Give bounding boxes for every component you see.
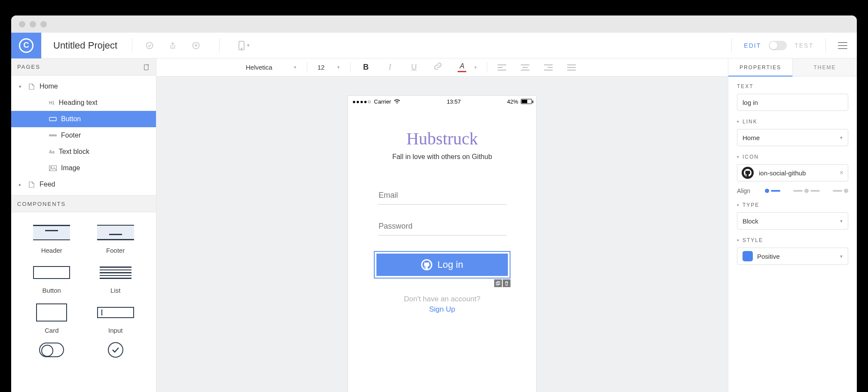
phone-preview: ●●●●○ Carrier 13:57 42% Hubstruck Fall i… [348,95,537,392]
password-field[interactable] [378,217,507,236]
component-footer[interactable]: Footer [88,223,144,254]
button-preview-icon [33,266,70,279]
italic-button[interactable]: I [385,63,394,72]
window-zoom-icon[interactable] [40,21,47,28]
component-label: Button [43,287,61,294]
tree-label: Text block [59,148,89,156]
tree-item-feed[interactable]: ▸ Feed [11,176,156,193]
sync-icon[interactable] [145,41,154,50]
svg-rect-5 [49,117,56,121]
align-center-button[interactable] [521,64,529,70]
align-label: Align [737,187,750,194]
duplicate-icon[interactable] [494,279,502,287]
section-text: TEXT [737,83,848,89]
icon-name: ion-social-github [759,169,806,177]
status-bar: ●●●●○ Carrier 13:57 42% [348,96,536,107]
mode-toggle[interactable] [769,41,787,50]
section-link[interactable]: LINK [737,119,848,125]
mode-edit[interactable]: EDIT [744,42,761,49]
window-minimize-icon[interactable] [30,21,36,28]
components-label: COMPONENTS [17,201,66,207]
align-justify-button[interactable] [567,64,576,70]
chevron-down-icon: ▾ [840,218,843,224]
menu-icon[interactable] [838,42,847,49]
tree-item-footer[interactable]: Footer [11,127,156,144]
text-color-button[interactable]: A [457,62,467,72]
tree-item-home[interactable]: ▾ Home [11,78,156,95]
app-logo[interactable]: C [11,33,41,58]
link-select[interactable]: Home ▾ [737,129,848,146]
icon-align-right[interactable] [833,189,848,193]
component-list[interactable]: List [88,263,144,294]
image-icon [49,165,57,171]
bold-button[interactable]: B [361,63,370,72]
tree-item-button[interactable]: Button [11,111,156,127]
style-select[interactable]: Positive ▾ [737,248,848,265]
window-close-icon[interactable] [19,21,25,28]
svg-rect-6 [49,135,57,135]
download-icon[interactable] [192,41,200,50]
font-size-dropdown[interactable]: 12 ▾ [318,64,340,71]
delete-icon[interactable] [503,279,510,287]
align-left-button[interactable] [498,64,506,70]
underline-button[interactable]: U [409,63,419,72]
login-button[interactable]: Log in [376,254,508,276]
tree-item-image[interactable]: Image [11,160,156,176]
component-checkbox[interactable] [88,340,144,360]
section-type[interactable]: TYPE [737,202,848,208]
mode-test[interactable]: TEST [795,42,813,49]
chevron-down-icon[interactable]: ▾ [474,65,477,70]
component-button[interactable]: Button [24,263,79,294]
tab-properties[interactable]: PROPERTIES [728,58,793,76]
icon-align-center[interactable] [793,189,820,193]
icon-align-left[interactable] [765,189,780,193]
login-label: Log in [437,259,463,270]
add-page-icon[interactable] [143,64,150,70]
carrier-label: Carrier [374,98,391,105]
tree-item-heading[interactable]: H1 Heading text [11,95,156,111]
email-field[interactable] [378,187,507,205]
font-family-value: Helvetica [246,64,272,71]
signup-link[interactable]: Sign Up [404,305,480,314]
share-icon[interactable] [168,41,177,50]
selected-element[interactable]: Log in [374,251,510,279]
window-titlebar [11,15,857,33]
component-label: Footer [106,247,125,254]
link-button[interactable] [433,62,443,73]
chevron-down-icon: ▾ [19,84,23,89]
type-select[interactable]: Block ▾ [737,212,848,230]
tab-theme[interactable]: THEME [793,58,857,76]
header-preview-icon [33,225,70,240]
left-panel: PAGES ▾ Home H1 Heading text Button [11,58,156,392]
section-icon[interactable]: ICON [737,154,848,160]
align-right-button[interactable] [544,64,553,70]
tree-label: Heading text [59,99,98,107]
text-input[interactable] [737,94,848,111]
font-family-dropdown[interactable]: Helvetica ▾ [246,64,296,71]
page-icon [28,181,35,187]
canvas[interactable]: ●●●●○ Carrier 13:57 42% Hubstruck Fall i… [156,77,728,392]
component-card[interactable]: Card [24,303,79,334]
component-toggle[interactable] [24,340,79,360]
wifi-icon [394,99,400,104]
clear-icon[interactable]: × [840,169,844,177]
chevron-right-icon: ▸ [19,182,23,187]
list-preview-icon [100,266,131,279]
svg-rect-4 [144,64,148,70]
center-column: Helvetica ▾ 12 ▾ B I U A [156,58,728,392]
tree-item-textblock[interactable]: Aa Text block [11,144,156,160]
component-input[interactable]: Input [88,303,144,334]
format-bar: Helvetica ▾ 12 ▾ B I U A [156,58,728,77]
project-title[interactable]: Untitled Project [53,40,117,51]
device-dropdown[interactable]: ▾ [238,41,250,50]
component-label: Input [108,327,122,334]
svg-rect-8 [49,165,57,171]
page-tree: ▾ Home H1 Heading text Button Footer [11,76,156,195]
chevron-down-icon: ▾ [840,254,843,259]
github-icon [742,167,754,179]
footer-icon [49,132,57,138]
component-header[interactable]: Header [24,223,79,254]
icon-chip[interactable]: ion-social-github × [737,164,848,181]
section-style[interactable]: STYLE [737,237,848,243]
svg-point-3 [241,48,242,49]
